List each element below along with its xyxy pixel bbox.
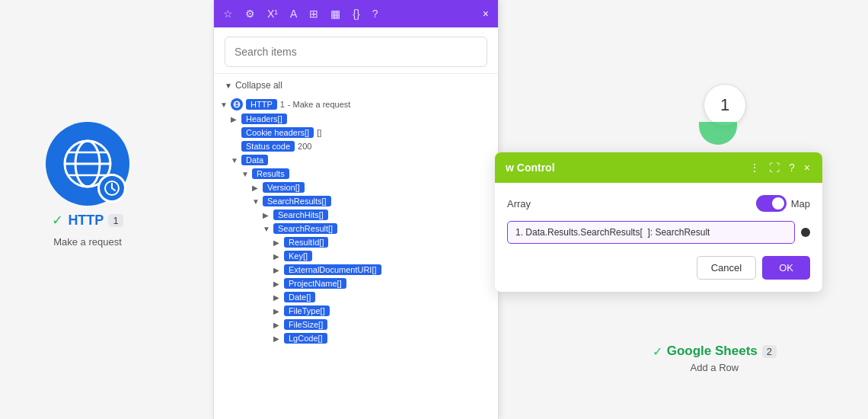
tree-item-version[interactable]: ▶ Version[] bbox=[220, 181, 492, 194]
tree-http-tag[interactable]: HTTP bbox=[246, 99, 277, 110]
projectname-tag[interactable]: ProjectName[] bbox=[284, 278, 346, 289]
tree-http-title: - Make a request bbox=[288, 100, 351, 109]
headers-expand-icon: ▶ bbox=[231, 115, 238, 123]
grid-icon[interactable]: ⊞ bbox=[306, 6, 321, 21]
tree-item-data[interactable]: ▼ Data bbox=[220, 153, 492, 167]
toggle-switch: Map bbox=[756, 195, 810, 212]
tree-item-filesize[interactable]: ▶ FileSize[] bbox=[220, 318, 492, 331]
items-tree: ▼ HTTP 1 - Make a request ▶ Headers[] Co… bbox=[214, 97, 498, 419]
sheets-check-icon: ✓ bbox=[653, 344, 662, 359]
tree-item-searchhits[interactable]: ▶ SearchHits[] bbox=[220, 208, 492, 222]
tree-item-searchresults[interactable]: ▼ SearchResults[] bbox=[220, 194, 492, 208]
clock-badge bbox=[97, 174, 126, 203]
filetype-expand-icon: ▶ bbox=[273, 307, 281, 315]
panel-toolbar: ☆ ⚙ X¹ A ⊞ ▦ {} ? × bbox=[214, 0, 498, 27]
tree-item-key[interactable]: ▶ Key[] bbox=[220, 249, 492, 263]
tree-item-status-code[interactable]: Status code 200 bbox=[220, 139, 492, 153]
lgcode-tag[interactable]: LgCode[] bbox=[284, 333, 327, 344]
resultid-tag[interactable]: ResultId[] bbox=[284, 237, 328, 248]
close-icon[interactable]: × bbox=[480, 6, 492, 21]
tree-item-externaluri[interactable]: ▶ ExternalDocumentURI[] bbox=[220, 263, 492, 277]
cookie-headers-tag[interactable]: Cookie headers[] bbox=[241, 127, 314, 138]
font-icon[interactable]: A bbox=[287, 6, 300, 21]
flow-help-icon[interactable]: ? bbox=[787, 160, 796, 175]
items-panel: ☆ ⚙ X¹ A ⊞ ▦ {} ? × ▼ Collapse all ▼ HTT… bbox=[213, 0, 499, 419]
search-input[interactable] bbox=[225, 37, 487, 67]
filesize-tag[interactable]: FileSize[] bbox=[284, 319, 327, 330]
http-check-icon: ✓ bbox=[52, 212, 63, 229]
sheets-badge: 2 bbox=[762, 345, 777, 358]
flow-more-icon[interactable]: ⋮ bbox=[748, 160, 761, 175]
flow-dialog-controls: ⋮ ⛶ ? × bbox=[748, 160, 812, 175]
tree-item-results[interactable]: ▼ Results bbox=[220, 167, 492, 181]
tree-item-date[interactable]: ▶ Date[] bbox=[220, 290, 492, 304]
code-icon[interactable]: {} bbox=[349, 6, 362, 21]
searchhits-tag[interactable]: SearchHits[] bbox=[273, 210, 328, 220]
searchresult-expand-icon: ▼ bbox=[263, 225, 270, 233]
array-label: Array bbox=[507, 198, 531, 210]
sheets-label: Google Sheets bbox=[667, 344, 758, 359]
searchhits-expand-icon: ▶ bbox=[263, 211, 270, 219]
sheets-label-row: ✓ Google Sheets 2 bbox=[653, 344, 777, 359]
tree-item-searchresult[interactable]: ▼ SearchResult[] bbox=[220, 222, 492, 235]
number-badge: 1 bbox=[704, 84, 746, 126]
searchresults-tag[interactable]: SearchResults[] bbox=[263, 196, 331, 206]
data-expand-icon: ▼ bbox=[231, 156, 238, 165]
dialog-buttons: Cancel OK bbox=[507, 256, 810, 280]
flow-dialog-body: Array Map Cancel OK bbox=[495, 183, 822, 292]
tree-item-projectname[interactable]: ▶ ProjectName[] bbox=[220, 277, 492, 290]
tree-item-lgcode[interactable]: ▶ LgCode[] bbox=[220, 331, 492, 345]
http-node: ✓ HTTP 1 Make a request bbox=[46, 122, 129, 248]
projectname-expand-icon: ▶ bbox=[273, 280, 281, 288]
headers-tag[interactable]: Headers[] bbox=[241, 114, 287, 124]
date-expand-icon: ▶ bbox=[273, 293, 281, 302]
version-tag[interactable]: Version[] bbox=[263, 182, 305, 193]
star-icon[interactable]: ☆ bbox=[220, 6, 236, 21]
resultid-expand-icon: ▶ bbox=[273, 238, 281, 247]
data-tag[interactable]: Data bbox=[241, 155, 268, 165]
tree-item-cookie-headers[interactable]: Cookie headers[] [] bbox=[220, 126, 492, 139]
gear-icon[interactable]: ⚙ bbox=[242, 6, 258, 21]
table-icon[interactable]: ▦ bbox=[327, 6, 343, 21]
flow-close-icon[interactable]: × bbox=[803, 160, 812, 175]
tree-http-badge: 1 bbox=[280, 100, 285, 109]
key-tag[interactable]: Key[] bbox=[284, 251, 312, 261]
ok-button[interactable]: OK bbox=[762, 256, 810, 280]
tree-item-filetype[interactable]: ▶ FileType[] bbox=[220, 304, 492, 318]
collapse-arrow-icon: ▼ bbox=[225, 82, 232, 90]
searchresult-tag[interactable]: SearchResult[] bbox=[273, 223, 337, 234]
filetype-tag[interactable]: FileType[] bbox=[284, 305, 330, 316]
cookie-extra: [] bbox=[317, 128, 321, 137]
tree-globe-icon bbox=[231, 98, 243, 110]
flow-dialog-title: w Control bbox=[506, 162, 555, 174]
key-expand-icon: ▶ bbox=[273, 252, 281, 261]
svg-line-7 bbox=[112, 188, 115, 190]
status-code-tag[interactable]: Status code bbox=[241, 141, 295, 152]
filesize-expand-icon: ▶ bbox=[273, 321, 281, 329]
status-code-value: 200 bbox=[298, 142, 311, 151]
flow-input-field[interactable] bbox=[507, 221, 795, 244]
http-badge: 1 bbox=[108, 214, 123, 227]
tree-root-item[interactable]: ▼ HTTP 1 - Make a request bbox=[220, 97, 492, 112]
tree-item-resultid[interactable]: ▶ ResultId[] bbox=[220, 235, 492, 249]
date-tag[interactable]: Date[] bbox=[284, 292, 315, 302]
flow-dialog-header: w Control ⋮ ⛶ ? × bbox=[495, 152, 822, 183]
input-row bbox=[507, 221, 810, 244]
cancel-button[interactable]: Cancel bbox=[697, 256, 756, 280]
map-toggle[interactable] bbox=[756, 195, 787, 212]
array-row: Array Map bbox=[507, 195, 810, 212]
http-icon-circle bbox=[46, 122, 129, 206]
sheets-node: ✓ Google Sheets 2 Add a Row bbox=[653, 344, 777, 373]
results-tag[interactable]: Results bbox=[252, 168, 289, 179]
superscript-icon[interactable]: X¹ bbox=[264, 6, 281, 21]
version-expand-icon: ▶ bbox=[252, 184, 260, 192]
collapse-all-button[interactable]: ▼ Collapse all bbox=[214, 74, 498, 97]
help-icon[interactable]: ? bbox=[369, 6, 381, 21]
input-dot-icon bbox=[801, 228, 810, 237]
flow-expand-icon[interactable]: ⛶ bbox=[767, 160, 781, 175]
externaluri-tag[interactable]: ExternalDocumentURI[] bbox=[284, 264, 381, 275]
clock-icon bbox=[104, 180, 120, 197]
http-subtitle: Make a request bbox=[53, 236, 122, 248]
externaluri-expand-icon: ▶ bbox=[273, 266, 281, 274]
tree-item-headers[interactable]: ▶ Headers[] bbox=[220, 112, 492, 126]
